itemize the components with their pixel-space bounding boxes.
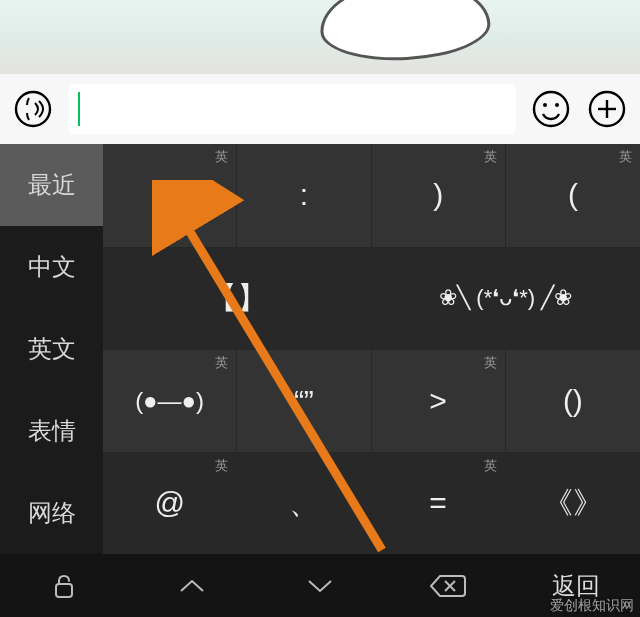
plus-icon[interactable] xyxy=(582,84,632,134)
text-caret xyxy=(78,92,80,126)
category-sidebar: 最近 中文 英文 表情 网络 xyxy=(0,144,103,554)
key-lang-tag: 英 xyxy=(484,354,497,372)
key-label: > xyxy=(429,384,447,418)
key-colon[interactable]: : xyxy=(237,144,371,247)
key-label: ❀╲ (*❛ᴗ❛*) ╱❀ xyxy=(439,285,572,311)
key-label: # xyxy=(161,178,178,212)
key-label: 《》 xyxy=(543,483,603,524)
header-illustration xyxy=(318,0,492,64)
key-label: @ xyxy=(154,486,184,520)
key-label: “” xyxy=(294,384,314,418)
svg-point-2 xyxy=(543,103,547,107)
voice-icon[interactable] xyxy=(8,84,58,134)
key-lang-tag: 英 xyxy=(619,148,632,166)
svg-point-3 xyxy=(555,103,559,107)
key-lang-tag: 英 xyxy=(484,148,497,166)
key-rparen[interactable]: 英) xyxy=(372,144,506,247)
svg-point-1 xyxy=(534,92,568,126)
key-lang-tag: 英 xyxy=(484,457,497,475)
key-label: ( xyxy=(568,178,578,212)
key-label: (●—●) xyxy=(135,387,204,415)
key-dun[interactable]: 、 xyxy=(237,452,371,555)
sidebar-tab-net[interactable]: 网络 xyxy=(0,472,103,554)
header-background xyxy=(0,0,640,74)
lock-open-icon[interactable] xyxy=(0,571,128,601)
key-label: ) xyxy=(433,178,443,212)
key-lang-tag: 英 xyxy=(215,457,228,475)
key-lang-tag: 英 xyxy=(215,354,228,372)
return-button[interactable]: 返回 xyxy=(512,570,640,602)
emoji-icon[interactable] xyxy=(526,84,576,134)
key-lang-tag: 英 xyxy=(215,148,228,166)
sidebar-tab-emoji[interactable]: 表情 xyxy=(0,390,103,472)
key-book-brackets[interactable]: 《》 xyxy=(506,452,640,555)
key-label: = xyxy=(429,486,447,520)
key-label: 、 xyxy=(289,483,319,524)
sidebar-tab-recent[interactable]: 最近 xyxy=(0,144,103,226)
keyboard-bottom-bar: 返回 xyxy=(0,554,640,617)
sidebar-tab-english[interactable]: 英文 xyxy=(0,308,103,390)
message-input[interactable] xyxy=(68,84,516,134)
symbol-grid: 英# : 英) 英( 【】 ❀╲ (*❛ᴗ❛*) ╱❀ 英(●—●) “” 英>… xyxy=(103,144,640,554)
key-at[interactable]: 英@ xyxy=(103,452,237,555)
key-label: () xyxy=(563,384,583,418)
svg-rect-7 xyxy=(56,584,72,597)
key-hash[interactable]: 英# xyxy=(103,144,237,247)
symbol-keyboard: 最近 中文 英文 表情 网络 英# : 英) 英( 【】 ❀╲ (*❛ᴗ❛*) … xyxy=(0,144,640,554)
key-face-dots[interactable]: 英(●—●) xyxy=(103,349,237,452)
sidebar-tab-chinese[interactable]: 中文 xyxy=(0,226,103,308)
chevron-up-icon[interactable] xyxy=(128,575,256,597)
backspace-icon[interactable] xyxy=(384,572,512,600)
key-gt[interactable]: 英> xyxy=(372,349,506,452)
key-brackets[interactable]: 【】 xyxy=(103,247,372,350)
key-kaomoji[interactable]: ❀╲ (*❛ᴗ❛*) ╱❀ xyxy=(372,247,641,350)
key-lparen[interactable]: 英( xyxy=(506,144,640,247)
svg-point-0 xyxy=(16,92,50,126)
key-parens[interactable]: () xyxy=(506,349,640,452)
chevron-down-icon[interactable] xyxy=(256,575,384,597)
key-label: 【】 xyxy=(207,278,267,319)
key-quotes[interactable]: “” xyxy=(237,349,371,452)
key-equals[interactable]: 英= xyxy=(372,452,506,555)
key-label: : xyxy=(300,178,308,212)
chat-input-bar xyxy=(0,74,640,144)
